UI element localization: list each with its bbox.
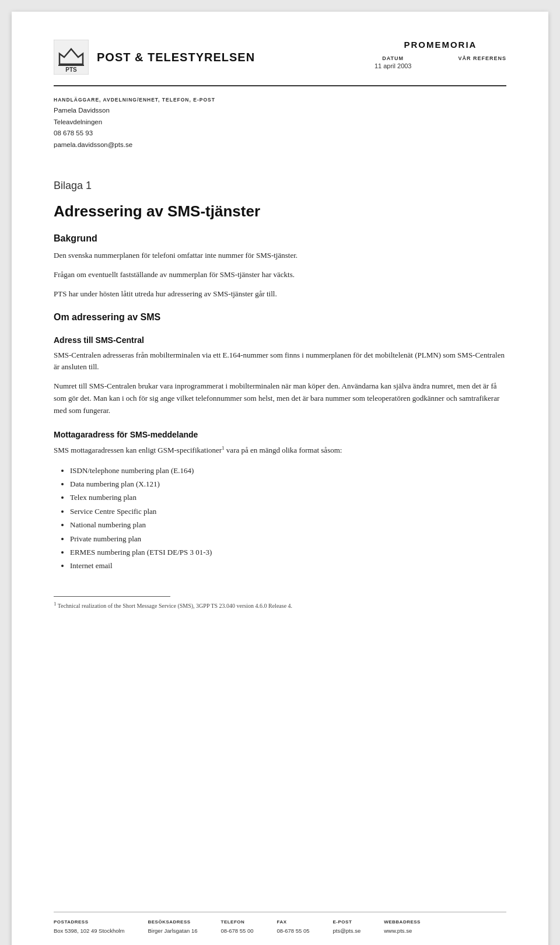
- footer-telefon-label: TELEFON: [221, 918, 254, 926]
- footer-postadress: POSTADRESS Box 5398, 102 49 Stockholm: [54, 918, 124, 936]
- mottagaradress-subheading: Mottagaradress för SMS-meddelande: [54, 430, 506, 439]
- footer-fax-label: FAX: [277, 918, 310, 926]
- om-adressering-heading: Om adressering av SMS: [54, 312, 506, 323]
- footnote-number: 1: [54, 601, 57, 607]
- footer-fax: FAX 08-678 55 05: [277, 918, 310, 936]
- handlaggare-email: pamela.davidsson@pts.se: [54, 139, 215, 151]
- bullet-list: ISDN/telephone numbering plan (E.164)Dat…: [70, 464, 506, 573]
- footnote-text: 1 Technical realization of the Short Mes…: [54, 600, 506, 610]
- footer-fax-value: 08-678 55 05: [277, 926, 310, 936]
- main-content: Bilaga 1 Adressering av SMS-tjänster Bak…: [54, 180, 506, 573]
- bilaga-title: Bilaga 1: [54, 180, 506, 192]
- footer-postadress-value: Box 5398, 102 49 Stockholm: [54, 926, 124, 936]
- mottagaradress-text-start: SMS mottagaradressen kan enligt GSM-spec…: [54, 446, 222, 454]
- footer-postadress-label: POSTADRESS: [54, 918, 124, 926]
- bakgrund-p1: Den svenska nummerplanen för telefoni om…: [54, 250, 506, 262]
- adress-sms-subheading: Adress till SMS-Central: [54, 335, 506, 345]
- handlaggare-section: HANDLÄGGARE, AVDELNING/ENHET, TELEFON, E…: [54, 97, 506, 150]
- footer-besoksadress: BESÖKSADRESS Birger Jarlsgatan 16: [148, 918, 197, 936]
- footnote-divider: [54, 596, 170, 597]
- handlaggare-name: Pamela Davidsson: [54, 105, 215, 117]
- datum-row: DATUM 11 april 2003 VÅR REFERENS: [374, 55, 506, 69]
- list-item: Service Centre Specific plan: [70, 505, 506, 518]
- handlaggare-block: HANDLÄGGARE, AVDELNING/ENHET, TELEFON, E…: [54, 97, 215, 150]
- logo-text: POST & TELESTYRELSEN: [97, 51, 255, 64]
- logo-area: PTS POST & TELESTYRELSEN: [54, 40, 255, 75]
- footer-epost-label: E-POST: [333, 918, 361, 926]
- footer-webb-value: www.pts.se: [384, 926, 421, 936]
- document-page: PTS POST & TELESTYRELSEN PROMEMORIA DATU…: [12, 12, 548, 945]
- datum-value: 11 april 2003: [374, 62, 412, 69]
- list-item: Data numbering plan (X.121): [70, 477, 506, 491]
- mottagaradress-text-end: vara på en mängd olika format såsom:: [225, 446, 342, 454]
- mottagaradress-p1: SMS mottagaradressen kan enligt GSM-spec…: [54, 444, 506, 457]
- bakgrund-heading: Bakgrund: [54, 233, 506, 244]
- footer-besoksadress-label: BESÖKSADRESS: [148, 918, 197, 926]
- header-right: PROMEMORIA DATUM 11 april 2003 VÅR REFER…: [374, 40, 506, 69]
- handlaggare-label: HANDLÄGGARE, AVDELNING/ENHET, TELEFON, E…: [54, 97, 215, 103]
- footer-besoksadress-value: Birger Jarlsgatan 16: [148, 926, 197, 936]
- document-header: PTS POST & TELESTYRELSEN PROMEMORIA DATU…: [54, 40, 506, 86]
- page-footer: POSTADRESS Box 5398, 102 49 Stockholm BE…: [54, 912, 506, 936]
- list-item: ISDN/telephone numbering plan (E.164): [70, 464, 506, 477]
- footer-epost: E-POST pts@pts.se: [333, 918, 361, 936]
- bakgrund-p2: Frågan om eventuellt fastställande av nu…: [54, 269, 506, 281]
- handlaggare-department: Teleavdelningen: [54, 117, 215, 128]
- pts-logo-icon: PTS: [54, 40, 89, 75]
- list-item: Private numbering plan: [70, 532, 506, 545]
- list-item: ERMES numbering plan (ETSI DE/PS 3 01-3): [70, 545, 506, 559]
- footer-telefon: TELEFON 08-678 55 00: [221, 918, 254, 936]
- datum-block: DATUM 11 april 2003: [374, 55, 412, 69]
- list-item: National numbering plan: [70, 518, 506, 531]
- promemoria-title: PROMEMORIA: [374, 40, 506, 50]
- footer-row: POSTADRESS Box 5398, 102 49 Stockholm BE…: [54, 918, 506, 936]
- footer-epost-value: pts@pts.se: [333, 926, 361, 936]
- footer-webb: WEBBADRESS www.pts.se: [384, 918, 421, 936]
- list-item: Internet email: [70, 559, 506, 572]
- adress-sms-p2: Numret till SMS-Centralen brukar vara in…: [54, 380, 506, 416]
- ref-block: VÅR REFERENS: [458, 55, 506, 69]
- ref-label: VÅR REFERENS: [458, 55, 506, 61]
- main-title: Adressering av SMS-tjänster: [54, 202, 506, 220]
- footer-telefon-value: 08-678 55 00: [221, 926, 254, 936]
- svg-text:PTS: PTS: [65, 66, 77, 73]
- handlaggare-phone: 08 678 55 93: [54, 128, 215, 139]
- datum-label: DATUM: [374, 55, 412, 61]
- footer-webb-label: WEBBADRESS: [384, 918, 421, 926]
- adress-sms-p1: SMS-Centralen adresseras från mobiltermi…: [54, 349, 506, 374]
- footnote-content: Technical realization of the Short Messa…: [58, 603, 292, 609]
- bakgrund-p3: PTS har under hösten låtit utreda hur ad…: [54, 288, 506, 300]
- handlaggare-info: Pamela Davidsson Teleavdelningen 08 678 …: [54, 105, 215, 150]
- list-item: Telex numbering plan: [70, 491, 506, 504]
